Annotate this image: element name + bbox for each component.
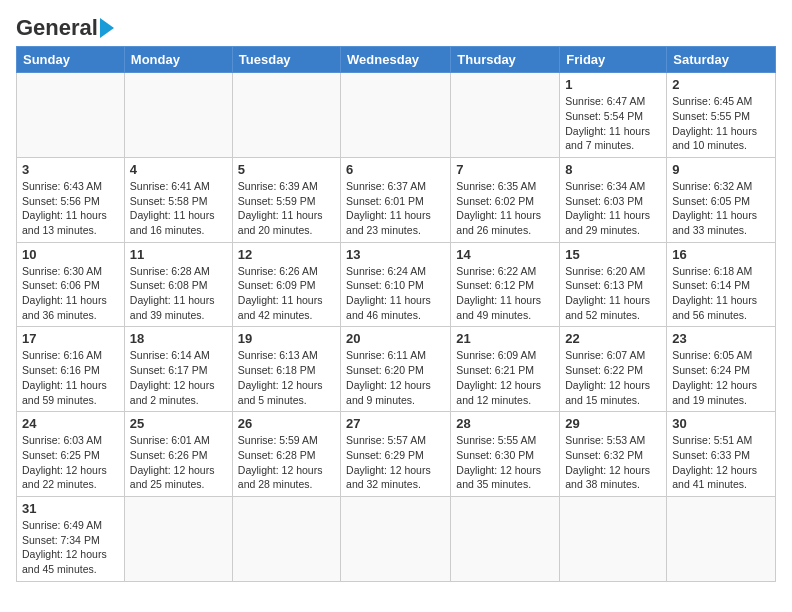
- calendar-cell: [341, 73, 451, 158]
- calendar-cell: 3Sunrise: 6:43 AM Sunset: 5:56 PM Daylig…: [17, 157, 125, 242]
- calendar-cell: 22Sunrise: 6:07 AM Sunset: 6:22 PM Dayli…: [560, 327, 667, 412]
- day-info: Sunrise: 6:28 AM Sunset: 6:08 PM Dayligh…: [130, 264, 227, 323]
- calendar-cell: 26Sunrise: 5:59 AM Sunset: 6:28 PM Dayli…: [232, 412, 340, 497]
- day-info: Sunrise: 6:32 AM Sunset: 6:05 PM Dayligh…: [672, 179, 770, 238]
- calendar-cell: [124, 73, 232, 158]
- calendar-cell: 25Sunrise: 6:01 AM Sunset: 6:26 PM Dayli…: [124, 412, 232, 497]
- weekday-header-wednesday: Wednesday: [341, 47, 451, 73]
- calendar-cell: 27Sunrise: 5:57 AM Sunset: 6:29 PM Dayli…: [341, 412, 451, 497]
- calendar-cell: [232, 73, 340, 158]
- calendar-cell: 18Sunrise: 6:14 AM Sunset: 6:17 PM Dayli…: [124, 327, 232, 412]
- calendar-cell: 1Sunrise: 6:47 AM Sunset: 5:54 PM Daylig…: [560, 73, 667, 158]
- calendar-week-row: 17Sunrise: 6:16 AM Sunset: 6:16 PM Dayli…: [17, 327, 776, 412]
- calendar-cell: 4Sunrise: 6:41 AM Sunset: 5:58 PM Daylig…: [124, 157, 232, 242]
- day-info: Sunrise: 6:03 AM Sunset: 6:25 PM Dayligh…: [22, 433, 119, 492]
- day-info: Sunrise: 6:26 AM Sunset: 6:09 PM Dayligh…: [238, 264, 335, 323]
- day-number: 5: [238, 162, 335, 177]
- calendar-cell: 30Sunrise: 5:51 AM Sunset: 6:33 PM Dayli…: [667, 412, 776, 497]
- day-info: Sunrise: 6:47 AM Sunset: 5:54 PM Dayligh…: [565, 94, 661, 153]
- calendar-cell: 2Sunrise: 6:45 AM Sunset: 5:55 PM Daylig…: [667, 73, 776, 158]
- calendar-header-row: SundayMondayTuesdayWednesdayThursdayFrid…: [17, 47, 776, 73]
- calendar-cell: [124, 496, 232, 581]
- calendar-cell: [560, 496, 667, 581]
- calendar-week-row: 10Sunrise: 6:30 AM Sunset: 6:06 PM Dayli…: [17, 242, 776, 327]
- day-number: 6: [346, 162, 445, 177]
- day-info: Sunrise: 6:09 AM Sunset: 6:21 PM Dayligh…: [456, 348, 554, 407]
- calendar-cell: 14Sunrise: 6:22 AM Sunset: 6:12 PM Dayli…: [451, 242, 560, 327]
- calendar-week-row: 24Sunrise: 6:03 AM Sunset: 6:25 PM Dayli…: [17, 412, 776, 497]
- day-info: Sunrise: 6:14 AM Sunset: 6:17 PM Dayligh…: [130, 348, 227, 407]
- calendar-cell: 8Sunrise: 6:34 AM Sunset: 6:03 PM Daylig…: [560, 157, 667, 242]
- day-info: Sunrise: 6:45 AM Sunset: 5:55 PM Dayligh…: [672, 94, 770, 153]
- day-number: 20: [346, 331, 445, 346]
- day-info: Sunrise: 6:24 AM Sunset: 6:10 PM Dayligh…: [346, 264, 445, 323]
- day-info: Sunrise: 5:51 AM Sunset: 6:33 PM Dayligh…: [672, 433, 770, 492]
- day-info: Sunrise: 6:16 AM Sunset: 6:16 PM Dayligh…: [22, 348, 119, 407]
- day-number: 19: [238, 331, 335, 346]
- day-number: 23: [672, 331, 770, 346]
- day-info: Sunrise: 6:39 AM Sunset: 5:59 PM Dayligh…: [238, 179, 335, 238]
- calendar-cell: 6Sunrise: 6:37 AM Sunset: 6:01 PM Daylig…: [341, 157, 451, 242]
- calendar-table: SundayMondayTuesdayWednesdayThursdayFrid…: [16, 46, 776, 582]
- calendar-cell: [341, 496, 451, 581]
- day-number: 17: [22, 331, 119, 346]
- page-header: General: [16, 16, 776, 38]
- day-number: 22: [565, 331, 661, 346]
- calendar-cell: [667, 496, 776, 581]
- day-number: 8: [565, 162, 661, 177]
- day-info: Sunrise: 6:05 AM Sunset: 6:24 PM Dayligh…: [672, 348, 770, 407]
- calendar-cell: 29Sunrise: 5:53 AM Sunset: 6:32 PM Dayli…: [560, 412, 667, 497]
- day-number: 30: [672, 416, 770, 431]
- logo: General: [16, 16, 114, 38]
- day-number: 10: [22, 247, 119, 262]
- calendar-cell: 31Sunrise: 6:49 AM Sunset: 7:34 PM Dayli…: [17, 496, 125, 581]
- weekday-header-thursday: Thursday: [451, 47, 560, 73]
- calendar-cell: 5Sunrise: 6:39 AM Sunset: 5:59 PM Daylig…: [232, 157, 340, 242]
- calendar-week-row: 1Sunrise: 6:47 AM Sunset: 5:54 PM Daylig…: [17, 73, 776, 158]
- day-info: Sunrise: 5:53 AM Sunset: 6:32 PM Dayligh…: [565, 433, 661, 492]
- calendar-cell: 12Sunrise: 6:26 AM Sunset: 6:09 PM Dayli…: [232, 242, 340, 327]
- calendar-cell: 13Sunrise: 6:24 AM Sunset: 6:10 PM Dayli…: [341, 242, 451, 327]
- calendar-cell: 9Sunrise: 6:32 AM Sunset: 6:05 PM Daylig…: [667, 157, 776, 242]
- calendar-cell: 17Sunrise: 6:16 AM Sunset: 6:16 PM Dayli…: [17, 327, 125, 412]
- weekday-header-sunday: Sunday: [17, 47, 125, 73]
- calendar-cell: 16Sunrise: 6:18 AM Sunset: 6:14 PM Dayli…: [667, 242, 776, 327]
- calendar-cell: 7Sunrise: 6:35 AM Sunset: 6:02 PM Daylig…: [451, 157, 560, 242]
- day-number: 13: [346, 247, 445, 262]
- day-info: Sunrise: 5:59 AM Sunset: 6:28 PM Dayligh…: [238, 433, 335, 492]
- day-info: Sunrise: 5:55 AM Sunset: 6:30 PM Dayligh…: [456, 433, 554, 492]
- calendar-cell: 15Sunrise: 6:20 AM Sunset: 6:13 PM Dayli…: [560, 242, 667, 327]
- day-number: 1: [565, 77, 661, 92]
- calendar-cell: [451, 496, 560, 581]
- calendar-cell: 21Sunrise: 6:09 AM Sunset: 6:21 PM Dayli…: [451, 327, 560, 412]
- day-info: Sunrise: 6:13 AM Sunset: 6:18 PM Dayligh…: [238, 348, 335, 407]
- calendar-cell: [17, 73, 125, 158]
- day-number: 25: [130, 416, 227, 431]
- calendar-cell: 11Sunrise: 6:28 AM Sunset: 6:08 PM Dayli…: [124, 242, 232, 327]
- calendar-cell: 10Sunrise: 6:30 AM Sunset: 6:06 PM Dayli…: [17, 242, 125, 327]
- day-number: 14: [456, 247, 554, 262]
- day-info: Sunrise: 6:49 AM Sunset: 7:34 PM Dayligh…: [22, 518, 119, 577]
- day-number: 18: [130, 331, 227, 346]
- day-number: 12: [238, 247, 335, 262]
- calendar-week-row: 31Sunrise: 6:49 AM Sunset: 7:34 PM Dayli…: [17, 496, 776, 581]
- day-info: Sunrise: 6:30 AM Sunset: 6:06 PM Dayligh…: [22, 264, 119, 323]
- weekday-header-friday: Friday: [560, 47, 667, 73]
- day-number: 7: [456, 162, 554, 177]
- day-info: Sunrise: 6:20 AM Sunset: 6:13 PM Dayligh…: [565, 264, 661, 323]
- calendar-cell: 24Sunrise: 6:03 AM Sunset: 6:25 PM Dayli…: [17, 412, 125, 497]
- day-number: 24: [22, 416, 119, 431]
- calendar-cell: 23Sunrise: 6:05 AM Sunset: 6:24 PM Dayli…: [667, 327, 776, 412]
- day-number: 27: [346, 416, 445, 431]
- day-info: Sunrise: 6:01 AM Sunset: 6:26 PM Dayligh…: [130, 433, 227, 492]
- day-number: 11: [130, 247, 227, 262]
- calendar-week-row: 3Sunrise: 6:43 AM Sunset: 5:56 PM Daylig…: [17, 157, 776, 242]
- day-number: 3: [22, 162, 119, 177]
- day-info: Sunrise: 6:37 AM Sunset: 6:01 PM Dayligh…: [346, 179, 445, 238]
- calendar-cell: 20Sunrise: 6:11 AM Sunset: 6:20 PM Dayli…: [341, 327, 451, 412]
- day-info: Sunrise: 6:43 AM Sunset: 5:56 PM Dayligh…: [22, 179, 119, 238]
- day-info: Sunrise: 6:07 AM Sunset: 6:22 PM Dayligh…: [565, 348, 661, 407]
- day-number: 16: [672, 247, 770, 262]
- day-number: 9: [672, 162, 770, 177]
- weekday-header-tuesday: Tuesday: [232, 47, 340, 73]
